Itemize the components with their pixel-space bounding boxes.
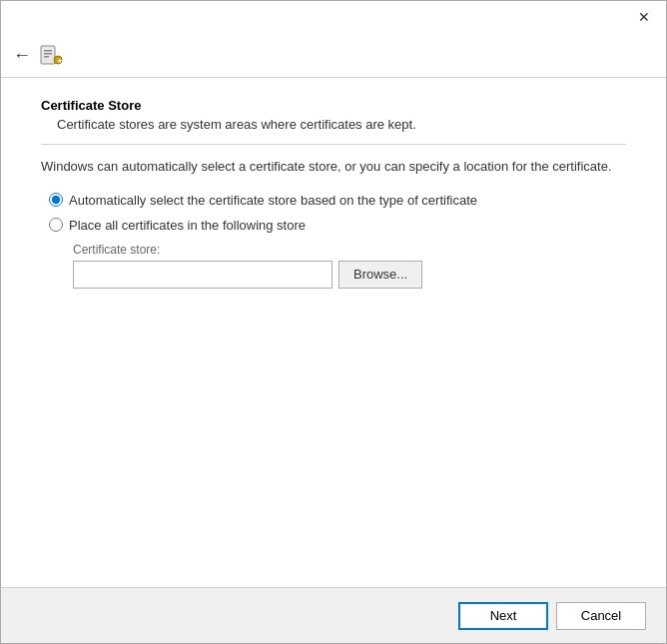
close-button[interactable]: ✕ [630,3,658,31]
svg-rect-3 [44,56,49,58]
radio-manual[interactable] [49,218,63,232]
svg-rect-1 [44,50,52,52]
section-header: Certificate Store Certificate stores are… [41,98,626,132]
radio-auto[interactable] [49,193,63,207]
radio-auto-label[interactable]: Automatically select the certificate sto… [49,193,626,208]
svg-rect-0 [41,46,55,64]
back-button[interactable]: ← [13,45,31,66]
cert-store-input[interactable] [73,261,333,289]
footer: Next Cancel [1,587,666,643]
cert-store-label: Certificate store: [73,243,626,257]
radio-manual-text: Place all certificates in the following … [69,218,306,233]
wizard-window: ✕ ← ★ Certificate Store Certificate stor… [0,0,667,644]
section-description: Certificate stores are system areas wher… [57,117,626,132]
intro-text: Windows can automatically select a certi… [41,157,626,177]
section-title: Certificate Store [41,98,626,113]
next-button[interactable]: Next [458,602,548,630]
content-divider [41,144,626,145]
radio-auto-text: Automatically select the certificate sto… [69,193,477,208]
radio-group: Automatically select the certificate sto… [49,193,626,233]
radio-manual-label[interactable]: Place all certificates in the following … [49,218,626,233]
browse-button[interactable]: Browse... [338,261,422,289]
title-bar: ✕ [1,1,666,33]
cert-store-row: Browse... [73,261,626,289]
wizard-icon: ★ [39,43,63,67]
main-content: Certificate Store Certificate stores are… [1,78,666,587]
nav-bar: ← ★ [1,33,666,77]
cancel-button[interactable]: Cancel [556,602,646,630]
svg-rect-2 [44,53,52,55]
cert-store-section: Certificate store: Browse... [73,243,626,289]
